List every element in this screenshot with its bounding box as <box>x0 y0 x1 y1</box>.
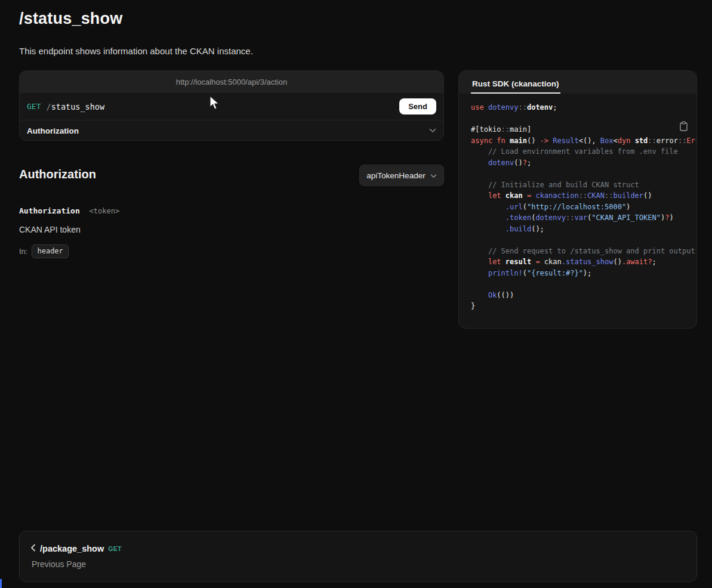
previous-page-method-badge: GET <box>108 545 122 552</box>
http-method-badge: GET <box>27 102 41 111</box>
code-line: let result = ckan.status_show().await?; <box>471 256 696 268</box>
previous-page-label: Previous Page <box>32 559 686 569</box>
authorization-heading: Authorization <box>19 168 96 181</box>
tab-rust-sdk[interactable]: Rust SDK (ckanaction) <box>471 74 560 94</box>
auth-in-label: In: <box>19 247 27 256</box>
code-line <box>471 234 696 246</box>
code-example-panel: Rust SDK (ckanaction) use dotenvy::doten… <box>458 70 697 329</box>
code-line: .token(dotenvy::var("CKAN_API_TOKEN")?) <box>471 212 696 224</box>
auth-param-description: CKAN API token <box>19 225 81 234</box>
chevron-left-icon <box>30 543 36 554</box>
code-line: #[tokio::main] <box>471 124 696 135</box>
chevron-down-icon <box>429 128 436 133</box>
code-line: // Send request to /status_show and prin… <box>471 246 696 257</box>
code-line: use dotenvy::dotenv; <box>471 102 696 113</box>
code-line <box>471 168 696 180</box>
request-card: http://localhost:5000/api/3/action GET /… <box>19 70 444 141</box>
auth-param-type: <token> <box>90 207 120 215</box>
code-line: println!("{result:#?}"); <box>471 268 696 279</box>
code-line: let ckan = ckanaction::CKAN::builder() <box>471 190 696 202</box>
auth-scheme-selected-value: apiTokenHeader <box>366 171 425 180</box>
auth-in-row: In: header <box>19 245 69 258</box>
code-line <box>471 278 696 290</box>
authorization-accordion-label: Authorization <box>27 126 79 135</box>
page-description: This endpoint shows information about th… <box>19 46 253 56</box>
code-line: .url("http://localhost:5000") <box>471 202 696 213</box>
code-panel-header: Rust SDK (ckanaction) <box>459 71 696 94</box>
previous-page-path: /package_show <box>40 544 104 553</box>
code-line <box>471 113 696 125</box>
code-block: use dotenvy::dotenv; #[tokio::main]async… <box>459 94 696 329</box>
endpoint-path: status_show <box>51 102 104 112</box>
previous-page-endpoint: /package_show GET <box>30 543 686 554</box>
code-line: // Initialize and build CKAN struct <box>471 180 696 191</box>
code-line: // Load environment variables from .env … <box>471 146 696 157</box>
authorization-accordion[interactable]: Authorization <box>20 120 443 141</box>
endpoint-path-slash: / <box>46 102 51 112</box>
auth-param-row: Authorization <token> <box>19 206 119 215</box>
chevron-down-icon <box>430 171 437 180</box>
page-title: /status_show <box>19 10 122 28</box>
code-line: } <box>471 301 696 312</box>
address-bar[interactable]: http://localhost:5000/api/3/action <box>20 71 443 93</box>
auth-scheme-select[interactable]: apiTokenHeader <box>359 165 444 186</box>
bottom-left-accent-bar <box>0 579 2 588</box>
request-row: GET / status_show Send <box>20 93 443 120</box>
auth-in-value-badge: header <box>32 245 68 258</box>
code-line: async fn main() -> Result<(), Box<dyn st… <box>471 135 696 147</box>
code-line: .build(); <box>471 224 696 235</box>
previous-page-link[interactable]: /package_show GET Previous Page <box>19 531 697 582</box>
send-button[interactable]: Send <box>399 98 436 114</box>
auth-param-name: Authorization <box>19 206 80 215</box>
code-line: Ok(()) <box>471 290 696 301</box>
code-line: dotenv()?; <box>471 157 696 169</box>
copy-icon[interactable] <box>679 121 688 133</box>
